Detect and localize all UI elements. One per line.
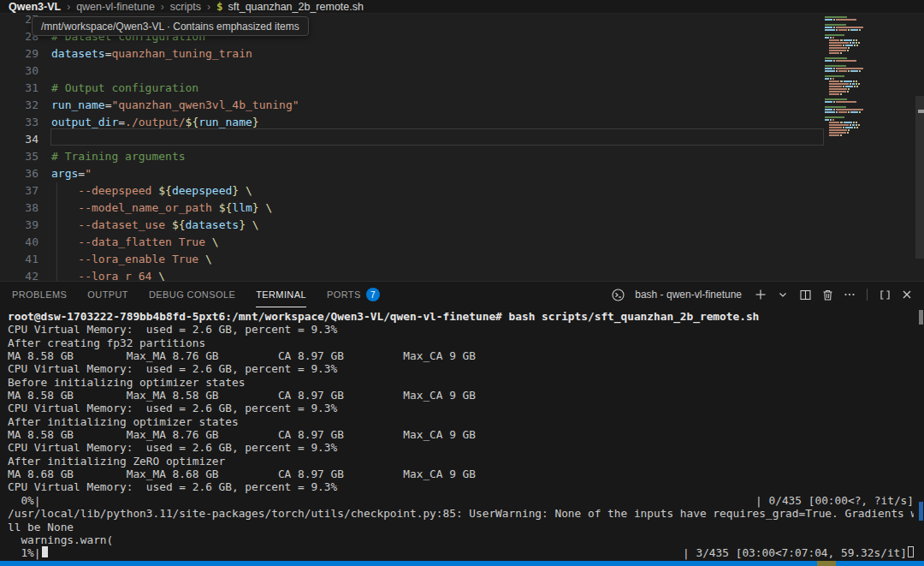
shell-file-icon: $ [216, 0, 223, 13]
code-line-42: 42 --lora_r 64 \ [0, 268, 824, 281]
line-number: 33 [0, 114, 38, 131]
breadcrumb-file[interactable]: sft_quanzhan_2b_remote.sh [228, 1, 364, 13]
terminal-line: CPU Virtual Memory: used = 2.6 GB, perce… [8, 323, 914, 336]
ports-count-badge: 7 [366, 288, 380, 301]
ellipsis-icon[interactable] [841, 286, 858, 303]
trash-icon[interactable] [819, 286, 836, 303]
breadcrumb-root[interactable]: Qwen3-VL [9, 1, 61, 13]
tab-debug-console[interactable]: DEBUG CONSOLE [149, 282, 235, 307]
terminal-line: ll be None [8, 521, 914, 533]
editor-pane[interactable]: 2728# Dataset configuration29datasets=qu… [0, 14, 924, 281]
line-number: 38 [0, 200, 38, 217]
terminal-actions: bash - qwen-vl-finetune [609, 286, 915, 303]
indent-guide [56, 182, 57, 281]
line-number: 31 [0, 80, 38, 97]
breadcrumb-separator: › [161, 1, 164, 13]
terminal-scrollbar[interactable] [919, 310, 923, 325]
code-line-41: 41 --lora_enable True \ [0, 251, 824, 268]
line-number: 39 [0, 217, 38, 234]
panel-actions-separator [867, 289, 868, 301]
terminal-session-label: bash - qwen-vl-finetune [635, 289, 742, 301]
terminal-line: MA 8.68 GB Max_MA 8.68 GB CA 8.97 GB Max… [8, 468, 914, 480]
editor-scrollbar[interactable] [915, 96, 924, 259]
tab-problems[interactable]: PROBLEMS [12, 282, 67, 307]
close-icon[interactable] [898, 286, 915, 303]
terminal-line: CPU Virtual Memory: used = 2.6 GB, perce… [8, 480, 914, 493]
breadcrumb-separator: › [207, 1, 210, 13]
status-accent-segment [817, 561, 836, 566]
line-number: 42 [0, 268, 38, 281]
terminal-line: After creating fp32 partitions [8, 337, 914, 349]
bottom-panel: PROBLEMSOUTPUTDEBUG CONSOLETERMINALPORTS… [0, 281, 924, 561]
terminal-line: 1%|| 3/435 [03:00<7:07:04, 59.32s/it] [8, 546, 914, 559]
code-line-33: 33output_dir=./output/${run_name} [0, 114, 824, 131]
code-line-40: 40 --data_flatten True \ [0, 234, 824, 251]
split-terminal-icon[interactable] [797, 286, 814, 303]
chevron-down-icon[interactable] [774, 286, 791, 303]
breadcrumb: Qwen3-VL ›qwen-vl-finetune›scripts› $ sf… [0, 0, 924, 14]
terminal-line: CPU Virtual Memory: used = 2.6 GB, perce… [8, 441, 914, 454]
line-number: 40 [0, 234, 38, 251]
overview-ruler-cursor-marker [918, 110, 924, 113]
tab-ports[interactable]: PORTS7 [327, 282, 380, 307]
line-number: 37 [0, 182, 38, 200]
minimap[interactable] [824, 14, 912, 159]
status-bar[interactable] [0, 561, 924, 566]
terminal-line: Before initializing optimizer states [8, 376, 914, 389]
terminal-line: After initializing ZeRO optimizer [8, 455, 914, 468]
line-number: 30 [0, 63, 38, 80]
code-line-37: 37 --deepspeed ${deepspeed} \ [0, 182, 824, 200]
plus-icon[interactable] [752, 286, 769, 303]
terminal-output[interactable]: root@dsw-1703222-789bb4b8fd-5pxt6:/mnt/w… [8, 307, 914, 561]
terminal-scroll-marker [919, 502, 923, 521]
maximize-panel-icon[interactable] [876, 286, 893, 303]
line-number: 36 [0, 165, 38, 182]
code-line-38: 38 --model_name_or_path ${llm} \ [0, 200, 824, 217]
terminal-line: CPU Virtual Memory: used = 2.6 GB, perce… [8, 402, 914, 414]
line-number: 41 [0, 251, 38, 268]
code-line-36: 36args=" [0, 165, 824, 182]
terminal-line: After initializing optimizer states [8, 415, 914, 428]
line-number: 29 [0, 45, 38, 63]
progress-counter: | 0/435 [00:00<?, ?it/s] [755, 494, 914, 507]
panel-tabs: PROBLEMSOUTPUTDEBUG CONSOLETERMINALPORTS… [12, 282, 380, 307]
explorer-tooltip: /mnt/workspace/Qwen3-VL · Contains empha… [32, 16, 309, 36]
terminal-cursor-end [908, 546, 914, 557]
code-area[interactable]: 2728# Dataset configuration29datasets=qu… [0, 14, 824, 281]
terminal-icon [609, 286, 626, 303]
line-number: 32 [0, 97, 38, 114]
terminal-line: root@dsw-1703222-789bb4b8fd-5pxt6:/mnt/w… [8, 310, 914, 323]
line-number: 34 [0, 131, 38, 148]
tab-terminal[interactable]: TERMINAL [256, 282, 306, 307]
tab-output[interactable]: OUTPUT [87, 282, 128, 307]
terminal-line: /usr/local/lib/python3.11/site-packages/… [8, 507, 914, 520]
terminal-line: MA 8.58 GB Max_MA 8.76 GB CA 8.97 GB Max… [8, 349, 914, 362]
breadcrumb-item[interactable]: qwen-vl-finetune [76, 1, 155, 13]
code-line-34: 34 [0, 131, 824, 148]
line-number: 35 [0, 148, 38, 165]
code-line-30: 30 [0, 63, 824, 80]
terminal-line: MA 8.58 GB Max_MA 8.76 GB CA 8.97 GB Max… [8, 428, 914, 441]
breadcrumb-separator: › [67, 1, 70, 13]
code-line-35: 35# Training arguments [0, 148, 824, 165]
tooltip-text: /mnt/workspace/Qwen3-VL · Contains empha… [41, 21, 299, 33]
code-line-31: 31# Output configuration [0, 80, 824, 97]
terminal-line: warnings.warn( [8, 533, 914, 546]
terminal-line: CPU Virtual Memory: used = 2.6 GB, perce… [8, 362, 914, 375]
terminal-line: 0%|| 0/435 [00:00<?, ?it/s] [8, 494, 914, 507]
code-line-39: 39 --dataset_use ${datasets} \ [0, 217, 824, 234]
code-line-29: 29datasets=quanzhan_tuning_train [0, 45, 824, 63]
code-line-32: 32run_name="quanzhan_qwen3vl_4b_tuning" [0, 97, 824, 114]
terminal-cursor [42, 546, 48, 557]
panel-header: PROBLEMSOUTPUTDEBUG CONSOLETERMINALPORTS… [0, 282, 924, 307]
progress-counter: | 3/435 [03:00<7:07:04, 59.32s/it] [683, 546, 907, 559]
terminal-line: MA 8.58 GB Max_MA 8.58 GB CA 8.97 GB Max… [8, 389, 914, 402]
breadcrumb-item[interactable]: scripts [170, 1, 201, 13]
